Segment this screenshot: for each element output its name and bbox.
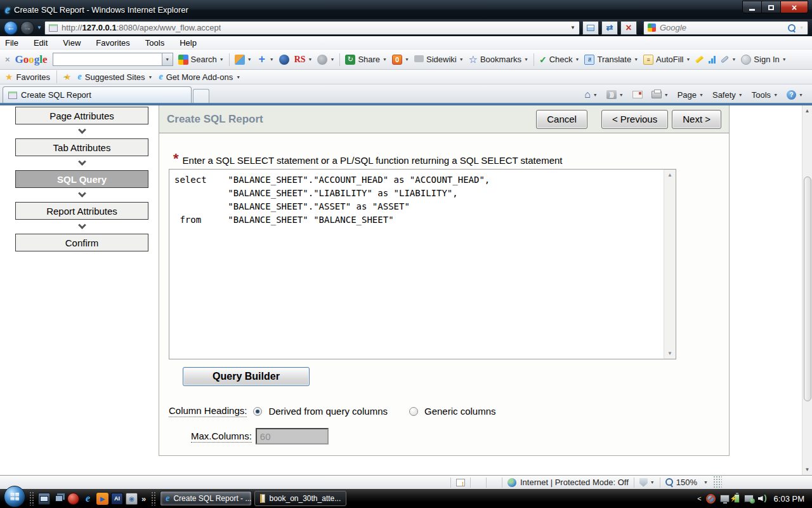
help-button[interactable] bbox=[787, 90, 803, 100]
browser-scrollbar[interactable] bbox=[802, 105, 812, 475]
print-button[interactable] bbox=[652, 91, 669, 98]
send-to-button[interactable] bbox=[317, 55, 334, 65]
column-headings-label[interactable]: Column Headings: bbox=[169, 405, 247, 417]
start-button[interactable] bbox=[4, 486, 25, 507]
add-gadget-button[interactable] bbox=[257, 55, 274, 65]
menu-edit[interactable]: Edit bbox=[34, 38, 48, 48]
menu-view[interactable]: View bbox=[63, 38, 81, 48]
read-mail-button[interactable] bbox=[632, 91, 643, 98]
wifi-button[interactable] bbox=[709, 56, 716, 64]
quicklaunch-media-player[interactable] bbox=[96, 493, 108, 505]
gallery-button[interactable] bbox=[235, 55, 252, 65]
back-button[interactable] bbox=[4, 21, 18, 35]
step-confirm[interactable]: Confirm bbox=[15, 234, 148, 251]
page-menu[interactable]: Page bbox=[678, 90, 704, 100]
get-more-addons-button[interactable]: eGet More Add-ons bbox=[159, 72, 240, 82]
radio-derived-from-query[interactable] bbox=[253, 407, 262, 416]
forward-button[interactable] bbox=[20, 21, 34, 35]
new-tab-button[interactable] bbox=[193, 89, 209, 103]
taskbar-clock[interactable]: 6:03 PM bbox=[774, 494, 804, 504]
power-tray-icon[interactable] bbox=[734, 494, 740, 503]
refresh-button[interactable] bbox=[601, 21, 618, 35]
search-box[interactable]: Google bbox=[643, 21, 808, 35]
stop-button[interactable] bbox=[620, 21, 637, 35]
scroll-down-icon[interactable] bbox=[664, 351, 676, 356]
home-button[interactable] bbox=[584, 89, 598, 100]
search-history-dropdown[interactable] bbox=[162, 53, 173, 65]
scroll-up-icon[interactable] bbox=[802, 108, 812, 114]
scrollbar-thumb[interactable] bbox=[804, 177, 811, 401]
favorites-button[interactable]: Favorites bbox=[5, 72, 50, 82]
highlight-button[interactable] bbox=[695, 58, 704, 61]
toolbar-close-icon[interactable] bbox=[5, 55, 10, 64]
volume-tray-icon[interactable] bbox=[758, 494, 767, 503]
google-logo[interactable]: Google bbox=[15, 53, 48, 66]
query-builder-button[interactable]: Query Builder bbox=[183, 367, 310, 386]
spellcheck-button[interactable]: Check bbox=[539, 55, 580, 65]
add-favorite-button[interactable] bbox=[63, 72, 72, 82]
tools-menu[interactable]: Tools bbox=[752, 90, 778, 100]
previous-button[interactable]: < Previous bbox=[601, 110, 668, 129]
google-search-input[interactable] bbox=[53, 53, 173, 66]
url-history-dropdown[interactable] bbox=[570, 25, 575, 30]
quicklaunch-ie[interactable]: e bbox=[82, 493, 94, 505]
suggested-sites-button[interactable]: eSuggested Sites bbox=[78, 72, 153, 82]
recent-pages-dropdown[interactable] bbox=[37, 25, 42, 30]
restore-button[interactable] bbox=[762, 1, 781, 13]
display-tray-icon[interactable] bbox=[720, 495, 730, 502]
radio-derived-label[interactable]: Derived from query columns bbox=[268, 406, 388, 417]
search-options-dropdown[interactable] bbox=[799, 25, 804, 30]
toolbar-options-button[interactable] bbox=[721, 57, 736, 62]
step-sql-query[interactable]: SQL Query bbox=[15, 170, 148, 188]
minimize-button[interactable] bbox=[743, 1, 762, 13]
notifications-button[interactable] bbox=[392, 55, 409, 65]
sidewiki-button[interactable]: Sidewiki bbox=[414, 55, 464, 64]
sql-text[interactable]: select "BALANCE_SHEET"."ACCOUNT_HEAD" as… bbox=[169, 170, 664, 359]
compatibility-view-button[interactable] bbox=[582, 21, 599, 35]
tray-expand-chevron[interactable] bbox=[697, 495, 701, 502]
bookmarks-button[interactable]: Bookmarks bbox=[469, 53, 528, 65]
network-tray-icon[interactable] bbox=[744, 495, 754, 502]
window-switcher-button[interactable] bbox=[53, 493, 65, 505]
textarea-scrollbar[interactable] bbox=[664, 170, 676, 359]
menu-favorites[interactable]: Favorites bbox=[96, 38, 129, 48]
next-button[interactable]: Next > bbox=[672, 110, 721, 129]
step-page-attributes[interactable]: Page Attributes bbox=[15, 107, 148, 124]
zoom-control[interactable]: 150% bbox=[660, 476, 713, 489]
scroll-down-icon[interactable] bbox=[802, 467, 812, 472]
url-field[interactable]: http://127.0.0.1:8080/apex/wwv_flow.acce… bbox=[44, 21, 580, 35]
translate-button[interactable]: Translate bbox=[584, 55, 638, 65]
earth-button[interactable] bbox=[279, 55, 289, 65]
tab-create-sql-report[interactable]: Create SQL Report bbox=[3, 86, 192, 103]
radio-generic-label[interactable]: Generic columns bbox=[424, 406, 496, 417]
step-report-attributes[interactable]: Report Attributes bbox=[15, 202, 148, 220]
step-tab-attributes[interactable]: Tab Attributes bbox=[15, 138, 148, 156]
security-zone[interactable]: Internet | Protected Mode: Off bbox=[502, 476, 634, 489]
autofill-button[interactable]: AutoFill bbox=[643, 55, 690, 65]
feeds-button[interactable] bbox=[606, 90, 624, 99]
blocked-status-icon[interactable] bbox=[706, 494, 716, 504]
safety-menu[interactable]: Safety bbox=[712, 90, 743, 100]
max-columns-label[interactable]: Max.Columns: bbox=[191, 431, 252, 443]
menu-file[interactable]: File bbox=[5, 38, 18, 48]
task-create-sql-report[interactable]: e Create SQL Report - ... bbox=[160, 491, 252, 506]
protection-button[interactable] bbox=[634, 476, 660, 489]
sign-in-button[interactable]: Sign In bbox=[741, 55, 786, 65]
quicklaunch-red-app[interactable] bbox=[67, 493, 79, 505]
google-search-button[interactable]: Search bbox=[178, 55, 224, 65]
max-columns-input[interactable]: 60 bbox=[256, 428, 329, 444]
menu-help[interactable]: Help bbox=[180, 38, 197, 48]
scroll-up-icon[interactable] bbox=[664, 172, 676, 178]
task-book-document[interactable]: book_on_30th_atte... bbox=[254, 491, 346, 506]
rs-button[interactable]: RS bbox=[294, 55, 313, 65]
radio-generic-columns[interactable] bbox=[409, 407, 418, 416]
quicklaunch-capture-app[interactable] bbox=[126, 493, 138, 505]
search-icon[interactable] bbox=[788, 24, 796, 32]
close-button[interactable] bbox=[781, 1, 808, 13]
cancel-button[interactable]: Cancel bbox=[536, 110, 587, 129]
quicklaunch-ai-app[interactable] bbox=[111, 493, 123, 505]
quicklaunch-overflow-chevron[interactable] bbox=[141, 494, 146, 504]
show-desktop-button[interactable] bbox=[38, 493, 50, 505]
sql-textarea[interactable]: select "BALANCE_SHEET"."ACCOUNT_HEAD" as… bbox=[169, 169, 676, 359]
menu-tools[interactable]: Tools bbox=[145, 38, 164, 48]
